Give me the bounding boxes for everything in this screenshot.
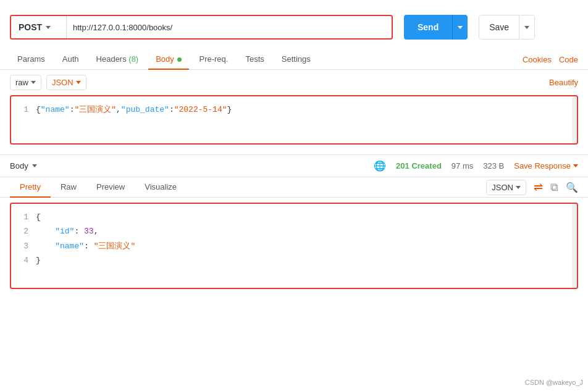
raw-select[interactable]: raw — [10, 75, 41, 90]
body-active-dot — [177, 57, 182, 62]
json-chevron-icon — [76, 81, 81, 84]
cookies-link[interactable]: Cookies — [523, 55, 552, 64]
response-tabs-right: JSON ⇌ ⧉ 🔍 — [486, 180, 578, 195]
beautify-button[interactable]: Beautify — [549, 78, 578, 87]
send-arrow-icon — [458, 26, 463, 29]
response-tabs: Pretty Raw Preview Visualize JSON ⇌ ⧉ — [0, 177, 588, 198]
request-tabs: Params Auth Headers (8) Body Pre-req. Te… — [0, 49, 588, 70]
method-label: POST — [19, 22, 42, 32]
tabs-left: Params Auth Headers (8) Body Pre-req. Te… — [10, 49, 318, 69]
json-type-select[interactable]: JSON — [46, 75, 86, 90]
send-button[interactable]: Send — [404, 15, 453, 40]
response-tabs-left: Pretty Raw Preview Visualize — [10, 177, 187, 197]
tab-settings[interactable]: Settings — [274, 49, 318, 70]
raw-chevron-icon — [31, 81, 36, 84]
globe-icon: 🌐 — [374, 160, 386, 172]
save-response-button[interactable]: Save Response — [514, 161, 578, 170]
method-select[interactable]: POST — [11, 16, 67, 38]
response-body-editor: 1234 { "id": 33, "name": "三国演义" } — [10, 203, 578, 289]
save-dropdown-button[interactable] — [519, 15, 534, 39]
response-body-chevron-icon — [32, 164, 37, 167]
url-bar: POST — [10, 15, 393, 40]
response-time: 97 ms — [452, 161, 473, 170]
format-bar: raw JSON Beautify — [0, 70, 588, 95]
search-icon[interactable]: 🔍 — [566, 182, 578, 193]
response-tab-preview[interactable]: Preview — [86, 177, 135, 198]
wrap-icon[interactable]: ⇌ — [534, 180, 543, 194]
response-size: 323 B — [483, 161, 504, 170]
save-arrow-icon — [524, 26, 529, 29]
response-section: Body 🌐 201 Created 97 ms 323 B Save Resp… — [0, 154, 588, 289]
save-button[interactable]: Save — [479, 15, 519, 39]
tab-body[interactable]: Body — [148, 49, 189, 70]
status-badge: 201 Created — [396, 161, 442, 170]
tab-params[interactable]: Params — [10, 49, 52, 70]
response-tab-visualize[interactable]: Visualize — [135, 177, 187, 198]
send-dropdown-button[interactable] — [453, 15, 468, 40]
response-header: Body 🌐 201 Created 97 ms 323 B Save Resp… — [0, 155, 588, 177]
response-scrollbar[interactable] — [572, 204, 577, 288]
line-numbers: 1 — [11, 103, 36, 117]
code-content[interactable]: {"name":"三国演义","pub_date":"2022-5-14"} — [36, 103, 577, 117]
code-link[interactable]: Code — [559, 55, 578, 64]
headers-badge: (8) — [128, 54, 138, 64]
format-left: raw JSON — [10, 75, 86, 90]
method-chevron-icon — [46, 26, 51, 29]
copy-icon[interactable]: ⧉ — [550, 181, 558, 194]
response-code-content: { "id": 33, "name": "三国演义" } — [36, 210, 577, 268]
request-body-editor: 1 {"name":"三国演义","pub_date":"2022-5-14"} — [10, 95, 578, 145]
save-response-chevron-icon — [573, 164, 578, 167]
editor-scrollbar[interactable] — [572, 96, 577, 143]
code-area: 1 {"name":"三国演义","pub_date":"2022-5-14"} — [11, 96, 577, 123]
response-tab-pretty[interactable]: Pretty — [10, 177, 51, 198]
response-tab-raw[interactable]: Raw — [51, 177, 86, 198]
send-button-group: Send — [404, 15, 468, 40]
tabs-right: Cookies Code — [523, 55, 578, 64]
tab-prereq[interactable]: Pre-req. — [191, 49, 235, 70]
response-body-label: Body — [10, 161, 28, 170]
response-format-select[interactable]: JSON — [486, 180, 526, 195]
tab-headers[interactable]: Headers (8) — [89, 49, 146, 70]
response-header-right: 🌐 201 Created 97 ms 323 B Save Response — [374, 160, 578, 172]
url-section: POST Send Save — [0, 10, 588, 44]
save-button-group: Save — [479, 15, 535, 40]
url-input[interactable] — [67, 23, 392, 32]
watermark: CSDN @wakeyo_J — [525, 379, 583, 386]
tab-tests[interactable]: Tests — [238, 49, 271, 70]
response-header-left: Body — [10, 161, 37, 170]
response-code-area: 1234 { "id": 33, "name": "三国演义" } — [11, 204, 577, 274]
response-format-chevron-icon — [516, 186, 521, 189]
response-line-numbers: 1234 — [11, 210, 36, 268]
tab-auth[interactable]: Auth — [55, 49, 86, 70]
